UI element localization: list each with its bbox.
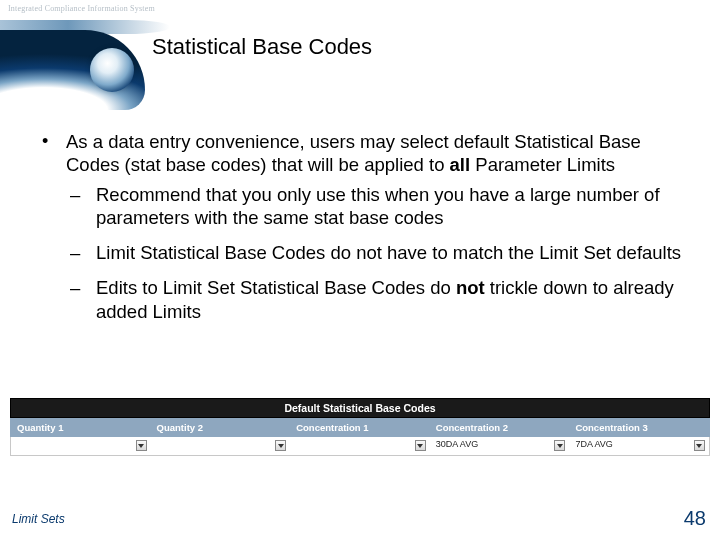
cell-concentration1[interactable] xyxy=(290,437,430,455)
chevron-down-icon[interactable] xyxy=(415,440,426,451)
col-header-concentration2: Concentration 2 xyxy=(430,418,570,437)
cell-quantity2[interactable] xyxy=(151,437,291,455)
footer-section-label: Limit Sets xyxy=(12,512,65,526)
slide-header: Integrated Compliance Information System… xyxy=(0,0,720,100)
system-label: Integrated Compliance Information System xyxy=(8,4,155,13)
sub3-a: Edits to Limit Set Statistical Base Code… xyxy=(96,277,456,298)
table-header-row: Quantity 1 Quantity 2 Concentration 1 Co… xyxy=(10,418,710,437)
chevron-down-icon[interactable] xyxy=(275,440,286,451)
cell-concentration2[interactable]: 30DA AVG xyxy=(430,437,570,455)
slide-title: Statistical Base Codes xyxy=(152,34,372,60)
cell-concentration3[interactable]: 7DA AVG xyxy=(569,437,709,455)
epa-seal-icon xyxy=(90,48,134,92)
bullet-main: As a data entry convenience, users may s… xyxy=(38,130,690,323)
col-header-concentration3: Concentration 3 xyxy=(569,418,709,437)
sub3-bold: not xyxy=(456,277,485,298)
col-header-quantity2: Quantity 2 xyxy=(151,418,291,437)
slide-body: As a data entry convenience, users may s… xyxy=(38,130,690,335)
cell-value: 30DA AVG xyxy=(436,439,478,449)
table-title: Default Statistical Base Codes xyxy=(10,398,710,418)
default-stat-codes-table: Default Statistical Base Codes Quantity … xyxy=(10,398,710,456)
sub-bullet-2: Limit Statistical Base Codes do not have… xyxy=(66,241,690,264)
bullet-text-bold: all xyxy=(450,154,471,175)
sub-bullet-3: Edits to Limit Set Statistical Base Code… xyxy=(66,276,690,323)
chevron-down-icon[interactable] xyxy=(554,440,565,451)
sub-bullet-1: Recommend that you only use this when yo… xyxy=(66,183,690,230)
cell-value: 7DA AVG xyxy=(575,439,612,449)
page-number: 48 xyxy=(684,507,706,530)
chevron-down-icon[interactable] xyxy=(136,440,147,451)
table-row: 30DA AVG 7DA AVG xyxy=(10,437,710,456)
bullet-text-b: Parameter Limits xyxy=(470,154,615,175)
cell-quantity1[interactable] xyxy=(11,437,151,455)
col-header-concentration1: Concentration 1 xyxy=(290,418,430,437)
chevron-down-icon[interactable] xyxy=(694,440,705,451)
col-header-quantity1: Quantity 1 xyxy=(11,418,151,437)
